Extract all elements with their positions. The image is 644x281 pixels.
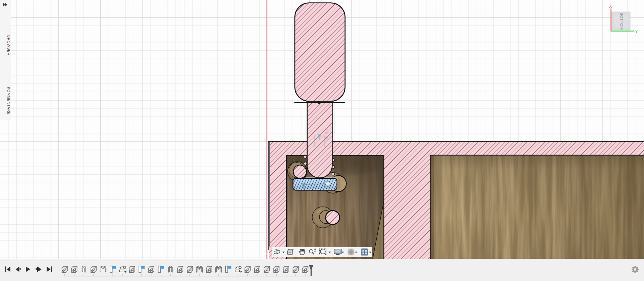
svg-text:48.00: 48.00: [324, 129, 329, 141]
svg-text:Y: Y: [635, 29, 638, 34]
svg-text:BOTTOM: BOTTOM: [620, 13, 624, 30]
svg-text:X: X: [609, 4, 612, 9]
